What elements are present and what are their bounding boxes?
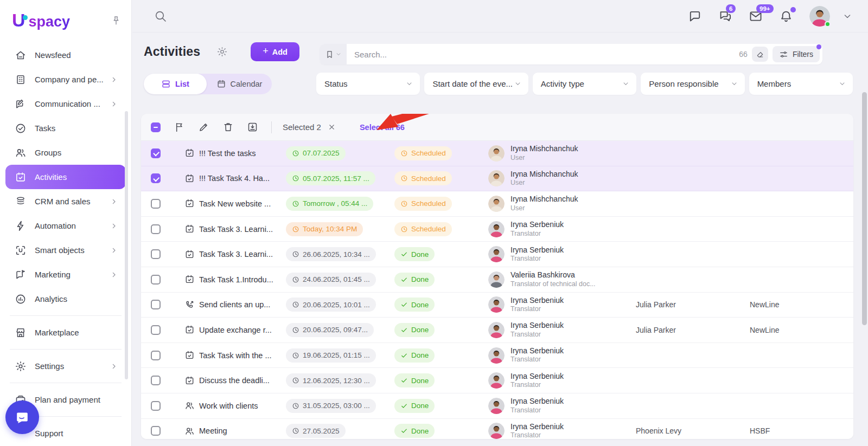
row-checkbox[interactable]	[151, 300, 161, 309]
row-checkbox[interactable]	[151, 224, 161, 234]
comments-icon[interactable]	[688, 9, 702, 23]
search-input[interactable]	[347, 50, 739, 59]
contact-name[interactable]: Julia Parker	[636, 326, 750, 334]
sidebar-item-tasks[interactable]: Tasks	[5, 116, 126, 140]
tab-list-view[interactable]: List	[144, 74, 207, 94]
responsible-person[interactable]: Iryna Serbeniuk Translator	[488, 346, 636, 364]
activity-row[interactable]: Work with clients 31.05.2025, 03:00 ... …	[141, 393, 853, 419]
export-action-icon[interactable]	[247, 121, 258, 133]
activity-title[interactable]: !!! Test the tasks	[199, 149, 286, 158]
activity-row[interactable]: Update exchange r... 20.06.2025, 09:47..…	[141, 318, 853, 343]
page-settings-gear-icon[interactable]	[216, 46, 228, 57]
activity-row[interactable]: Task Task 3. Learni... Today, 10:34 PM S…	[141, 217, 853, 242]
row-checkbox[interactable]	[151, 325, 161, 335]
sidebar-item-crm-and-sales[interactable]: CRM and sales	[5, 189, 126, 214]
responsible-person[interactable]: Iryna Serbeniuk Translator	[488, 397, 636, 415]
activity-title[interactable]: Discuss the deadli...	[199, 376, 286, 385]
activity-title[interactable]: Meeting	[199, 426, 286, 435]
activity-title[interactable]: Task New website ...	[199, 199, 286, 208]
sidebar-item-marketplace[interactable]: Marketplace	[5, 320, 126, 345]
sidebar-item-analytics[interactable]: Analytics	[5, 287, 126, 311]
clear-selection-icon[interactable]	[328, 123, 336, 131]
filter-dropdown-start-date-of-the-eve[interactable]: Start date of the eve...	[424, 73, 528, 95]
clear-search-button[interactable]	[752, 47, 768, 62]
activity-row[interactable]: Task Task with the ... 19.06.2025, 01:15…	[141, 343, 853, 369]
activity-row[interactable]: Task New website ... Tomorrow , 05:44 ..…	[141, 191, 853, 217]
row-checkbox[interactable]	[151, 426, 161, 436]
row-checkbox[interactable]	[151, 249, 161, 259]
activity-row[interactable]: Task Task 3. Learni... 26.06.2025, 10:34…	[141, 242, 853, 267]
add-button[interactable]: + Add	[251, 42, 299, 61]
sidebar-item-groups[interactable]: Groups	[5, 140, 126, 165]
sidebar-item-company-and-pe[interactable]: Company and pe...	[5, 67, 126, 92]
activity-row[interactable]: Discuss the deadli... 12.06.2025, 12:30 …	[141, 368, 853, 393]
responsible-person[interactable]: Valeriia Bashkirova Translator of techni…	[488, 270, 636, 288]
select-all-checkbox[interactable]	[151, 122, 161, 132]
filter-dropdown-activity-type[interactable]: Activity type	[533, 73, 636, 95]
activity-title[interactable]: Task Task 1.Introdu...	[199, 275, 286, 284]
sidebar-item-smart-objects[interactable]: Smart objects	[5, 238, 126, 262]
responsible-person[interactable]: Iryna Serbeniuk Translator	[488, 245, 636, 263]
activity-title[interactable]: Task Task 3. Learni...	[199, 250, 286, 258]
profile-chevron-down-icon[interactable]	[842, 11, 853, 22]
activity-row[interactable]: Task Task 1.Introdu... 24.06.2025, 01:45…	[141, 267, 853, 293]
notifications-bell-icon[interactable]	[779, 9, 793, 23]
activity-row[interactable]: Meeting 27.05.2025 Done Iryna Serbeniuk …	[141, 419, 853, 439]
global-search-icon[interactable]	[154, 10, 167, 23]
sidebar-item-automation[interactable]: Automation	[5, 214, 126, 238]
activities-list: !!! Test the tasks 07.07.2025 Scheduled …	[141, 141, 853, 439]
activity-title[interactable]: Update exchange r...	[199, 326, 286, 334]
responsible-person[interactable]: Iryna Serbeniuk Translator	[488, 321, 636, 339]
support-chat-widget-button[interactable]	[5, 400, 39, 434]
activity-row[interactable]: !!! Test the tasks 07.07.2025 Scheduled …	[141, 141, 853, 166]
select-all-link[interactable]: Select all 66	[360, 123, 405, 132]
company-name[interactable]: NewLine	[750, 300, 853, 309]
activity-row[interactable]: Send clients an up... 20.06.2025, 10:01 …	[141, 293, 853, 318]
user-avatar[interactable]	[809, 6, 830, 27]
responsible-person[interactable]: Iryna Serbeniuk Translator	[488, 422, 636, 439]
activity-title[interactable]: !!! Task Task 4. Ha...	[199, 174, 286, 183]
responsible-person[interactable]: Iryna Serbeniuk Translator	[488, 220, 636, 238]
uspacy-logo[interactable]: U spacy	[12, 10, 70, 31]
filters-button[interactable]: Filters	[773, 46, 820, 62]
row-checkbox[interactable]	[151, 275, 161, 285]
row-checkbox[interactable]	[151, 401, 161, 411]
row-checkbox[interactable]	[151, 351, 161, 360]
responsible-person[interactable]: Iryna Mishchanchuk User	[488, 170, 636, 188]
contact-name[interactable]: Phoenix Levy	[636, 426, 750, 435]
row-checkbox[interactable]	[151, 376, 161, 385]
sidebar-item-communication[interactable]: Communication ...	[5, 92, 126, 116]
edit-action-icon[interactable]	[198, 121, 209, 133]
pin-sidebar-icon[interactable]	[111, 15, 122, 26]
sidebar-item-marketing[interactable]: Marketing	[5, 262, 126, 287]
activity-row[interactable]: !!! Task Task 4. Ha... 05.07.2025, 11:57…	[141, 166, 853, 192]
row-checkbox[interactable]	[151, 148, 161, 158]
activity-title[interactable]: Work with clients	[199, 402, 286, 410]
sidebar-item-activities[interactable]: Activities	[5, 165, 126, 189]
delete-action-icon[interactable]	[222, 121, 234, 133]
tab-calendar-view[interactable]: Calendar	[207, 74, 272, 94]
responsible-person[interactable]: Iryna Mishchanchuk User	[488, 195, 636, 212]
page-scrollbar[interactable]	[862, 92, 867, 325]
sidebar-item-newsfeed[interactable]: Newsfeed	[5, 43, 126, 67]
activity-title[interactable]: Task Task with the ...	[199, 351, 286, 360]
row-checkbox[interactable]	[151, 199, 161, 209]
sidebar-item-settings[interactable]: Settings	[5, 354, 126, 378]
activity-title[interactable]: Task Task 3. Learni...	[199, 225, 286, 234]
mail-icon[interactable]: 99+	[749, 9, 763, 23]
responsible-person[interactable]: Iryna Mishchanchuk User	[488, 144, 636, 162]
row-checkbox[interactable]	[151, 173, 161, 183]
filter-dropdown-person-responsible[interactable]: Person responsible	[641, 73, 744, 95]
activity-title[interactable]: Send clients an up...	[199, 300, 286, 309]
filter-dropdown-members[interactable]: Members	[749, 73, 853, 95]
sidebar-scrollbar[interactable]	[125, 111, 128, 379]
responsible-person[interactable]: Iryna Serbeniuk Translator	[488, 372, 636, 390]
contact-name[interactable]: Julia Parker	[636, 300, 750, 309]
saved-filters-bookmark-button[interactable]	[320, 44, 347, 64]
flag-action-icon[interactable]	[174, 121, 185, 133]
filter-dropdown-status[interactable]: Status	[316, 73, 420, 95]
company-name[interactable]: NewLine	[750, 326, 853, 334]
company-name[interactable]: HSBF	[750, 426, 853, 435]
responsible-person[interactable]: Iryna Serbeniuk Translator	[488, 296, 636, 314]
chats-icon[interactable]: 6	[718, 9, 732, 23]
